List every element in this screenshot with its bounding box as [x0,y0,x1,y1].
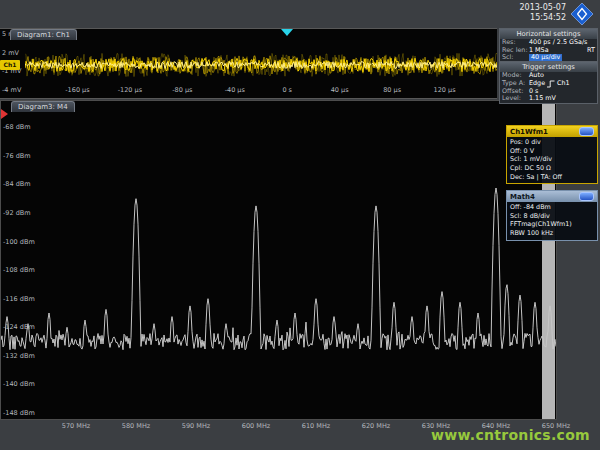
ch1-position-row: Pos: 0 div [510,138,594,147]
tab-diagram3[interactable]: Diagram3: M4 [11,101,75,112]
math4-offset-row: Off: -84 dBm [510,203,594,212]
edge-slope-icon [547,80,555,88]
ch1-scale-row: Scl: 1 mV/div [510,155,594,164]
ch1wfm1-badge[interactable]: Ch1Wfm1 Pos: 0 div Off: 0 V Scl: 1 mV/di… [506,125,598,184]
ch1-offset-marker[interactable]: Ch1 [0,60,20,70]
math4-reference-marker[interactable] [1,109,8,119]
x-axis-tick-label: -160 µs [65,86,89,94]
y-axis-tick-label: -100 dBm [3,238,35,246]
trigger-level-label: Level: [502,95,529,103]
math4-rbw-row: RBW 100 kHz [510,229,594,238]
watermark-text: www.cntronics.com [431,427,590,443]
y-axis-tick-label: -76 dBm [3,152,31,160]
x-axis-tick-label: -120 µs [118,86,142,94]
trigger-level-row[interactable]: Level: 1.15 mV [500,95,597,103]
y-axis-tick-label: 2 mV [2,49,19,57]
math4-spectrum-trace [1,101,556,419]
x-axis-tick-label: -80 µs [172,86,192,94]
math4-badge-title: Math4 [510,193,535,201]
y-axis-tick-label: -68 dBm [3,123,31,131]
ch1-coupling-row: Cpl: DC 50 Ω [510,164,594,173]
date-label: 2013-05-07 [520,3,567,13]
y-axis-tick-label: -124 dBm [3,323,35,331]
x-axis-tick-label: 0 s [282,86,292,94]
x-axis-tick-label: 120 µs [434,86,456,94]
x-axis-tick-label: 570 MHz [62,422,90,430]
x-axis-tick-label: 580 MHz [122,422,150,430]
math4-badge[interactable]: Math4 Off: -84 dBm Scl: 8 dB/div FFTmag(… [506,190,598,241]
trigger-settings-panel[interactable]: Trigger settings Mode: Auto Type A: Edge… [499,61,598,104]
math4-minimize-button[interactable] [579,192,594,201]
ch1wfm1-badge-header[interactable]: Ch1Wfm1 [507,126,597,137]
y-axis-tick-label: -92 dBm [3,209,31,217]
ch1-decimation-row: Dec: Sa | TA: Off [510,173,594,182]
x-axis-tick-label: 600 MHz [242,422,270,430]
ch1-waveform-trace [25,29,497,98]
ch1wfm1-badge-title: Ch1Wfm1 [510,128,548,136]
diagram1-waveform: Diagram1: Ch1 Ch1 5 mV2 mV-1 mV-4 mV-160… [0,28,497,99]
x-axis-tick-label: -40 µs [225,86,245,94]
rohde-schwarz-logo-glyph [570,2,594,26]
rohde-schwarz-logo [570,2,594,26]
tab-diagram1[interactable]: Diagram1: Ch1 [10,29,77,40]
y-axis-tick-label: -148 dBm [3,409,35,417]
x-axis-tick-label: 620 MHz [362,422,390,430]
y-axis-tick-label: -108 dBm [3,266,35,274]
y-axis-tick-label: -140 dBm [3,380,35,388]
y-axis-tick-label: -4 mV [2,86,21,94]
x-axis-tick-label: 80 µs [383,86,401,94]
ch1wfm1-minimize-button[interactable] [579,127,594,136]
ch1wfm1-badge-body: Pos: 0 div Off: 0 V Scl: 1 mV/div Cpl: D… [507,137,597,183]
y-axis-tick-label: -132 dBm [3,352,35,360]
trigger-level-value: 1.15 mV [529,95,556,103]
x-axis-tick-label: 610 MHz [302,422,330,430]
math4-badge-header[interactable]: Math4 [507,191,597,202]
x-axis-tick-label: 40 µs [331,86,349,94]
horizontal-settings-panel[interactable]: Horizontal settings Res: 400 ps / 2.5 GS… [499,28,598,63]
datetime-display: 2013-05-07 15:54:52 [520,3,567,24]
math4-function-row: FFTmag(Ch1Wfm1) [510,220,594,229]
y-axis-tick-label: -84 dBm [3,180,31,188]
diagram3-spectrum: Diagram3: M4 -68 dBm-76 dBm-84 dBm-92 dB… [0,100,557,420]
trigger-position-marker[interactable] [281,29,293,36]
math4-badge-body: Off: -84 dBm Scl: 8 dB/div FFTmag(Ch1Wfm… [507,202,597,240]
time-label: 15:54:52 [520,13,567,23]
oscilloscope-screen: 2013-05-07 15:54:52 Diagram1: Ch1 Ch1 5 … [0,0,600,450]
x-axis-tick-label: 590 MHz [182,422,210,430]
ch1-offset-row: Off: 0 V [510,147,594,156]
math4-scale-row: Scl: 8 dB/div [510,212,594,221]
y-axis-tick-label: -116 dBm [3,295,35,303]
realtime-mode-badge: RT [587,47,595,55]
trigger-source-value: Ch1 [557,80,570,88]
